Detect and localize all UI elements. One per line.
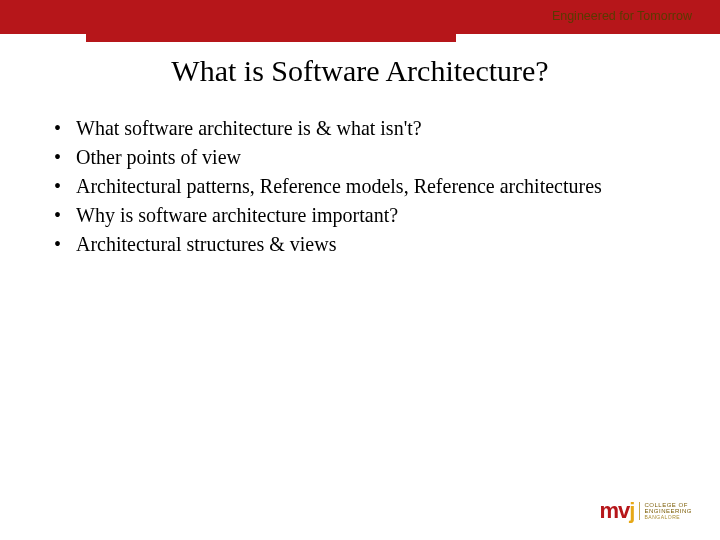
list-item: Architectural structures & views xyxy=(48,231,680,258)
logo-line1: COLLEGE OF xyxy=(644,502,692,509)
logo: mvj COLLEGE OF ENGINEERING BANGALORE xyxy=(600,500,692,522)
tagline: Engineered for Tomorrow xyxy=(552,9,692,23)
logo-text: COLLEGE OF ENGINEERING BANGALORE xyxy=(639,502,692,521)
logo-letter-v: v xyxy=(618,498,629,523)
list-item: Architectural patterns, Reference models… xyxy=(48,173,680,200)
logo-letter-j: j xyxy=(629,498,634,523)
slide-title: What is Software Architecture? xyxy=(0,54,720,88)
content-area: What software architecture is & what isn… xyxy=(48,115,680,260)
list-item: Other points of view xyxy=(48,144,680,171)
bullet-list: What software architecture is & what isn… xyxy=(48,115,680,258)
logo-letter-m: m xyxy=(600,498,619,523)
logo-mark: mvj xyxy=(600,500,635,522)
list-item: Why is software architecture important? xyxy=(48,202,680,229)
list-item: What software architecture is & what isn… xyxy=(48,115,680,142)
header-notch xyxy=(86,0,456,42)
logo-sub: BANGALORE xyxy=(644,515,692,521)
header-bar: Engineered for Tomorrow xyxy=(0,0,720,34)
